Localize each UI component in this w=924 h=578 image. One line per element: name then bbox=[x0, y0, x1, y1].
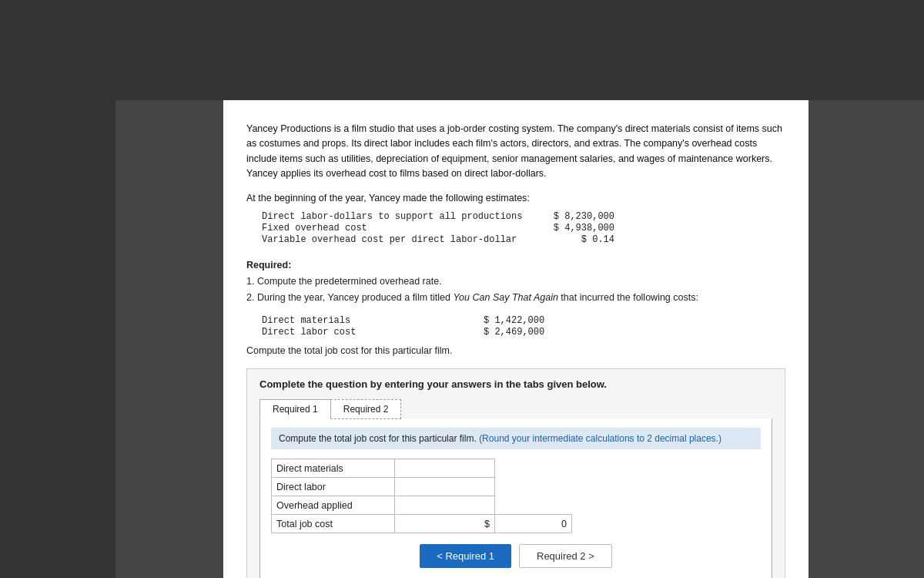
required-line2: 2. During the year, Yancey produced a fi… bbox=[246, 290, 785, 306]
film-costs-table: Direct materials $ 1,422,000 Direct labo… bbox=[262, 315, 785, 338]
required-line1: 1. Compute the predetermined overhead ra… bbox=[246, 274, 785, 290]
buttons-row: < Required 1 Required 2 > bbox=[271, 544, 761, 568]
job-cost-table: Direct materials Direct labor Overhead a… bbox=[271, 459, 572, 533]
complete-box: Complete the question by entering your a… bbox=[246, 368, 785, 578]
direct-labor-input[interactable] bbox=[395, 478, 494, 496]
table-row: Overhead applied bbox=[272, 496, 572, 515]
estimates-table: Direct labor-dollars to support all prod… bbox=[262, 211, 785, 245]
tab-content: Compute the total job cost for this part… bbox=[259, 418, 772, 578]
direct-materials-input[interactable] bbox=[395, 459, 494, 477]
prev-required-button[interactable]: < Required 1 bbox=[420, 544, 511, 568]
required-section: Required: 1. Compute the predetermined o… bbox=[246, 257, 785, 307]
overhead-input-cell[interactable] bbox=[395, 496, 495, 515]
compute-text: Compute the total job cost for this part… bbox=[246, 345, 785, 356]
tab-required-1[interactable]: Required 1 bbox=[259, 399, 331, 419]
total-dollar-sign: $ bbox=[395, 515, 495, 533]
film-cost-value-2: $ 2,469,000 bbox=[484, 327, 553, 338]
table-row: Total job cost $ 0 bbox=[272, 515, 572, 533]
estimate-label-3: Variable overhead cost per direct labor-… bbox=[262, 234, 539, 245]
row-label-direct-materials: Direct materials bbox=[272, 459, 395, 478]
main-content: Yancey Productions is a film studio that… bbox=[223, 100, 808, 578]
table-row: Direct materials bbox=[272, 459, 572, 478]
tab-instruction-note: (Round your intermediate calculations to… bbox=[479, 433, 721, 444]
film-cost-label-2: Direct labor cost bbox=[262, 327, 477, 338]
table-row: Direct labor bbox=[272, 478, 572, 496]
estimate-label-2: Fixed overhead cost bbox=[262, 223, 539, 234]
direct-materials-input-cell[interactable] bbox=[395, 459, 495, 478]
next-required-button[interactable]: Required 2 > bbox=[519, 544, 612, 568]
estimate-label-1: Direct labor-dollars to support all prod… bbox=[262, 211, 539, 222]
row-label-total: Total job cost bbox=[272, 515, 395, 533]
tab-instruction: Compute the total job cost for this part… bbox=[271, 428, 761, 449]
tab-instruction-text: Compute the total job cost for this part… bbox=[279, 433, 477, 444]
estimate-value-1: $ 8,230,000 bbox=[545, 211, 614, 222]
at-beginning-text: At the beginning of the year, Yancey mad… bbox=[246, 193, 785, 203]
estimate-value-2: $ 4,938,000 bbox=[545, 223, 614, 234]
film-cost-value-1: $ 1,422,000 bbox=[484, 315, 553, 326]
complete-box-title: Complete the question by entering your a… bbox=[259, 378, 772, 390]
row-label-direct-labor: Direct labor bbox=[272, 478, 395, 496]
row-label-overhead: Overhead applied bbox=[272, 496, 395, 515]
intro-paragraph: Yancey Productions is a film studio that… bbox=[246, 122, 785, 182]
tab-required-2[interactable]: Required 2 bbox=[330, 399, 402, 419]
required-title: Required: bbox=[246, 257, 785, 274]
estimate-value-3: $ 0.14 bbox=[545, 234, 614, 245]
tabs-row: Required 1 Required 2 bbox=[259, 399, 772, 419]
total-value: 0 bbox=[495, 515, 572, 533]
direct-labor-input-cell[interactable] bbox=[395, 478, 495, 496]
film-cost-label-1: Direct materials bbox=[262, 315, 477, 326]
overhead-input[interactable] bbox=[395, 496, 494, 514]
